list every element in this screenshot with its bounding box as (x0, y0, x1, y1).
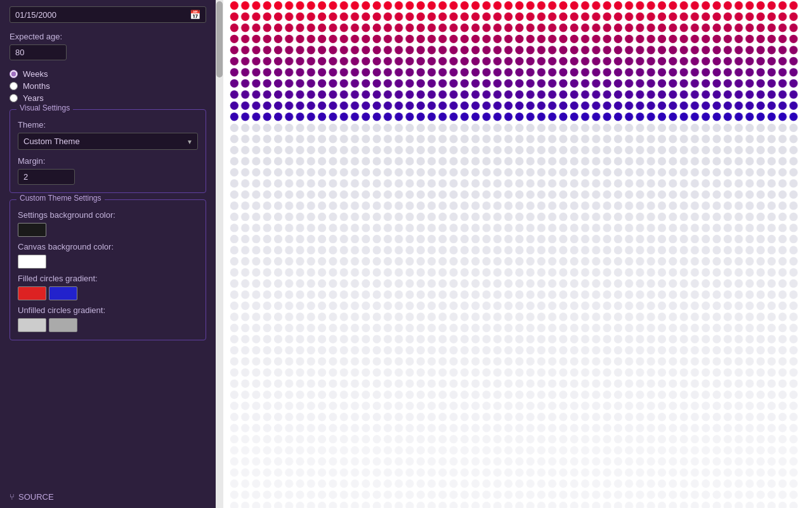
filled-gradient-start-swatch[interactable] (18, 286, 46, 300)
unfilled-gradient-label: Unfilled circles gradient: (18, 305, 198, 315)
expected-age-label: Expected age: (10, 32, 206, 41)
radio-years[interactable]: Years (10, 93, 206, 103)
sidebar: 📅 Expected age: Weeks Months Years Visua… (0, 0, 216, 508)
settings-bg-row: Settings background color: (18, 210, 198, 237)
filled-gradient-end-swatch[interactable] (49, 286, 77, 300)
settings-bg-label: Settings background color: (18, 210, 198, 220)
visual-settings-legend: Visual Settings (16, 104, 73, 112)
view-mode-group: Weeks Months Years (10, 69, 206, 103)
canvas-bg-label: Canvas background color: (18, 242, 198, 251)
filled-gradient-row: Filled circles gradient: (18, 274, 198, 300)
theme-label: Theme: (18, 120, 198, 130)
calendar-icon[interactable]: 📅 (190, 10, 200, 20)
expected-age-section: Expected age: (10, 32, 206, 60)
unfilled-gradient-swatch-row (18, 318, 198, 332)
margin-input[interactable] (18, 169, 75, 185)
settings-bg-swatch-row (18, 223, 198, 237)
canvas-bg-row: Canvas background color: (18, 242, 198, 269)
scrollbar-thumb[interactable] (216, 1, 223, 77)
dots-canvas (223, 0, 812, 508)
unfilled-gradient-start-swatch[interactable] (18, 318, 46, 332)
theme-row: Theme: Custom Theme Default Dark ▼ (18, 120, 198, 150)
radio-months[interactable]: Months (10, 81, 206, 91)
radio-weeks[interactable]: Weeks (10, 69, 206, 79)
theme-select-wrapper[interactable]: Custom Theme Default Dark ▼ (18, 133, 198, 150)
canvas-bg-swatch[interactable] (18, 255, 46, 269)
canvas-bg-swatch-row (18, 255, 198, 269)
git-icon: ⑂ (10, 492, 15, 502)
source-label: SOURCE (18, 492, 54, 502)
date-input-wrapper[interactable]: 📅 (10, 6, 206, 23)
margin-row: Margin: (18, 156, 198, 185)
unfilled-gradient-end-swatch[interactable] (49, 318, 77, 332)
years-label: Years (23, 93, 44, 103)
filled-gradient-swatch-row (18, 286, 198, 300)
custom-theme-legend: Custom Theme Settings (16, 194, 105, 203)
settings-bg-swatch[interactable] (18, 223, 46, 237)
custom-theme-section: Custom Theme Settings Settings backgroun… (10, 199, 206, 340)
months-label: Months (23, 81, 50, 91)
theme-select[interactable]: Custom Theme Default Dark (18, 133, 198, 150)
margin-label: Margin: (18, 156, 198, 166)
unfilled-gradient-row: Unfilled circles gradient: (18, 305, 198, 332)
expected-age-input[interactable] (10, 44, 67, 60)
source-link[interactable]: ⑂ SOURCE (10, 486, 206, 502)
visual-settings-section: Visual Settings Theme: Custom Theme Defa… (10, 109, 206, 193)
weeks-label: Weeks (23, 69, 48, 79)
main-canvas (216, 0, 812, 508)
date-input[interactable] (15, 10, 186, 20)
filled-gradient-label: Filled circles gradient: (18, 274, 198, 283)
scrollbar[interactable] (216, 0, 223, 508)
